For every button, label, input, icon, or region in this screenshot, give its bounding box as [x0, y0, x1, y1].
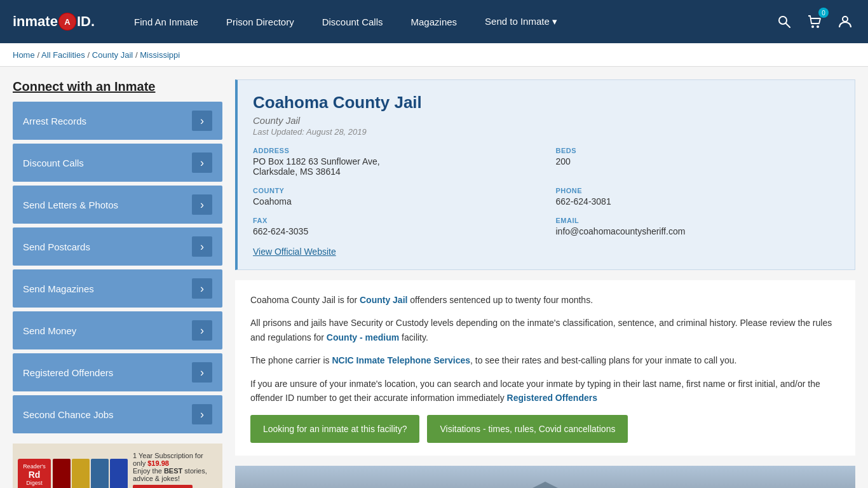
sidebar: Connect with an Inmate Arrest Records › … [13, 79, 222, 488]
arrow-icon: › [192, 278, 212, 299]
readers-digest-logo: Reader's Rd Digest [18, 459, 51, 488]
svg-point-6 [843, 17, 848, 22]
arrow-icon: › [192, 111, 212, 131]
county-value: Coahoma [253, 196, 537, 207]
svg-marker-8 [532, 482, 558, 488]
sidebar-item-send-money[interactable]: Send Money › [13, 311, 222, 349]
breadcrumb-home[interactable]: Home [13, 50, 35, 60]
main-content: Coahoma County Jail County Jail Last Upd… [235, 79, 855, 488]
facility-image [235, 466, 855, 488]
subscribe-button[interactable]: Subscribe Now [133, 485, 193, 488]
sidebar-title: Connect with an Inmate [13, 79, 222, 94]
sidebar-item-second-chance-jobs[interactable]: Second Chance Jobs › [13, 395, 222, 433]
ncic-link[interactable]: NCIC Inmate Telephone Services [332, 355, 470, 365]
arrow-icon: › [192, 236, 212, 257]
svg-point-5 [817, 25, 819, 28]
nav-send-to-inmate[interactable]: Send to Inmate ▾ [471, 0, 571, 43]
official-website-link[interactable]: View Official Website [253, 247, 336, 257]
nav-discount-calls[interactable]: Discount Calls [308, 0, 397, 43]
info-grid: ADDRESS PO Box 1182 63 Sunflower Ave, Cl… [253, 147, 839, 236]
cart-icon[interactable]: 0 [804, 11, 825, 32]
svg-point-2 [779, 17, 787, 24]
sidebar-item-send-magazines[interactable]: Send Magazines › [13, 269, 222, 308]
sidebar-item-send-letters[interactable]: Send Letters & Photos › [13, 186, 222, 224]
breadcrumb-all-facilities[interactable]: All Facilities [41, 50, 85, 60]
county-jail-link[interactable]: County Jail [360, 295, 407, 305]
beds-value: 200 [556, 156, 840, 166]
nav-magazines[interactable]: Magazines [397, 0, 471, 43]
main-container: Connect with an Inmate Arrest Records › … [0, 67, 868, 488]
desc-para4: If you are unsure of your inmate's locat… [250, 377, 840, 405]
desc-para2: All prisons and jails have Security or C… [250, 316, 840, 344]
county-medium-link[interactable]: County - medium [327, 332, 399, 342]
arrow-icon: › [192, 152, 212, 173]
header-icons: 0 [774, 11, 855, 32]
find-inmate-button[interactable]: Looking for an inmate at this facility? [250, 415, 419, 443]
county-block: COUNTY Coahoma [253, 187, 537, 207]
nav-find-inmate[interactable]: Find An Inmate [120, 0, 212, 43]
facility-type: County Jail [253, 115, 839, 126]
facility-updated: Last Updated: August 28, 2019 [253, 127, 839, 137]
sidebar-item-arrest-records[interactable]: Arrest Records › [13, 102, 222, 140]
desc-para1: Coahoma County Jail is for County Jail o… [250, 293, 840, 307]
sidebar-item-send-postcards[interactable]: Send Postcards › [13, 227, 222, 266]
sidebar-menu: Arrest Records › Discount Calls › Send L… [13, 102, 222, 433]
sidebar-item-registered-offenders[interactable]: Registered Offenders › [13, 353, 222, 391]
desc-para3: The phone carrier is NCIC Inmate Telepho… [250, 353, 840, 367]
address-label: ADDRESS [253, 147, 537, 154]
email-block: EMAIL info@coahomacountysheriff.com [556, 217, 840, 236]
email-label: EMAIL [556, 217, 840, 224]
facility-name: Coahoma County Jail [253, 93, 839, 112]
arrow-icon: › [192, 320, 212, 341]
address-value: PO Box 1182 63 Sunflower Ave, Clarksdale… [253, 156, 537, 177]
county-label: COUNTY [253, 187, 537, 194]
facility-card: Coahoma County Jail County Jail Last Upd… [235, 79, 855, 270]
phone-block: PHONE 662-624-3081 [556, 187, 840, 207]
svg-text:A: A [64, 17, 71, 27]
fax-value: 662-624-3035 [253, 226, 537, 236]
description-section: Coahoma County Jail is for County Jail o… [235, 280, 855, 456]
site-header: inmate A ID. Find An Inmate Prison Direc… [0, 0, 868, 43]
arrow-icon: › [192, 194, 212, 215]
svg-line-3 [786, 24, 790, 27]
action-buttons: Looking for an inmate at this facility? … [250, 415, 840, 443]
ad-banner: Reader's Rd Digest 1 Year Subscription f… [13, 444, 222, 488]
sidebar-item-discount-calls[interactable]: Discount Calls › [13, 144, 222, 182]
email-value: info@coahomacountysheriff.com [556, 226, 840, 236]
phone-value: 662-624-3081 [556, 196, 840, 207]
fax-label: FAX [253, 217, 537, 224]
nav-prison-directory[interactable]: Prison Directory [212, 0, 308, 43]
registered-offenders-link[interactable]: Registered Offenders [507, 393, 597, 403]
visitations-button[interactable]: Visitations - times, rules, Covid cancel… [427, 415, 628, 443]
user-icon[interactable] [835, 11, 855, 32]
cart-badge: 0 [818, 8, 829, 18]
phone-label: PHONE [556, 187, 840, 194]
svg-point-4 [811, 25, 814, 28]
breadcrumb-state[interactable]: Mississippi [140, 50, 180, 60]
address-block: ADDRESS PO Box 1182 63 Sunflower Ave, Cl… [253, 147, 537, 177]
beds-block: BEDS 200 [556, 147, 840, 177]
breadcrumb: Home / All Facilities / County Jail / Mi… [0, 43, 868, 67]
breadcrumb-county-jail[interactable]: County Jail [92, 50, 133, 60]
beds-label: BEDS [556, 147, 840, 154]
fax-block: FAX 662-624-3035 [253, 217, 537, 236]
arrow-icon: › [192, 404, 212, 424]
main-nav: Find An Inmate Prison Directory Discount… [120, 0, 774, 43]
logo[interactable]: inmate A ID. [13, 13, 95, 30]
search-icon[interactable] [774, 11, 794, 32]
arrow-icon: › [192, 362, 212, 383]
